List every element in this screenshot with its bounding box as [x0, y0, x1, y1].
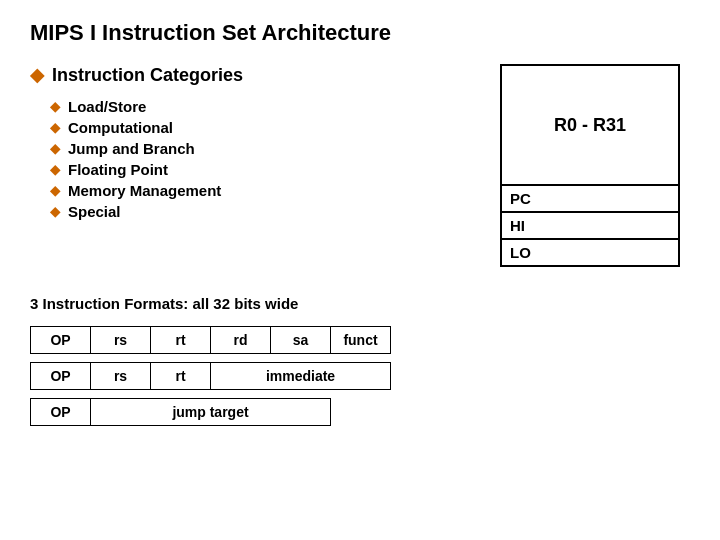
page: MIPS I Instruction Set Architecture ◆ In…	[0, 0, 720, 540]
format1-op: OP	[31, 327, 91, 354]
format1-rd: rd	[211, 327, 271, 354]
diamond-icon: ◆	[50, 204, 60, 219]
list-item: ◆ Load/Store	[50, 98, 480, 115]
left-section: ◆ Instruction Categories ◆ Load/Store ◆ …	[30, 64, 480, 224]
bottom-section: 3 Instruction Formats: all 32 bits wide …	[30, 295, 690, 426]
format1-rs: rs	[91, 327, 151, 354]
list-item: ◆ Computational	[50, 119, 480, 136]
list-item: ◆ Special	[50, 203, 480, 220]
diamond-icon: ◆	[50, 162, 60, 177]
format2-op: OP	[31, 363, 91, 390]
lo-label: LO	[502, 240, 678, 265]
r0-r31-label: R0 - R31	[502, 66, 678, 186]
category-label: Memory Management	[68, 182, 221, 199]
diamond-icon: ◆	[50, 141, 60, 156]
formats-title: 3 Instruction Formats: all 32 bits wide	[30, 295, 690, 312]
pc-label: PC	[502, 186, 678, 213]
content-area: ◆ Instruction Categories ◆ Load/Store ◆ …	[30, 64, 690, 267]
section-bullet: ◆	[30, 64, 44, 86]
register-box: R0 - R31 PC HI LO	[500, 64, 680, 267]
category-label: Load/Store	[68, 98, 146, 115]
format1-rt: rt	[151, 327, 211, 354]
format3-table: OP jump target	[30, 398, 331, 426]
format2-table: OP rs rt immediate	[30, 362, 391, 390]
list-item: ◆ Jump and Branch	[50, 140, 480, 157]
category-label: Floating Point	[68, 161, 168, 178]
register-diagram: R0 - R31 PC HI LO	[500, 64, 690, 267]
format2-immediate: immediate	[211, 363, 391, 390]
hi-label: HI	[502, 213, 678, 240]
diamond-icon: ◆	[50, 183, 60, 198]
section-title: Instruction Categories	[52, 65, 243, 86]
diamond-icon: ◆	[50, 120, 60, 135]
format1-sa: sa	[271, 327, 331, 354]
list-item: ◆ Floating Point	[50, 161, 480, 178]
section-heading: ◆ Instruction Categories	[30, 64, 480, 86]
category-list: ◆ Load/Store ◆ Computational ◆ Jump and …	[50, 98, 480, 220]
format3-jump-target: jump target	[91, 399, 331, 426]
format3-op: OP	[31, 399, 91, 426]
category-label: Jump and Branch	[68, 140, 195, 157]
diamond-icon: ◆	[50, 99, 60, 114]
list-item: ◆ Memory Management	[50, 182, 480, 199]
category-label: Special	[68, 203, 121, 220]
page-title: MIPS I Instruction Set Architecture	[30, 20, 690, 46]
category-label: Computational	[68, 119, 173, 136]
format1-table: OP rs rt rd sa funct	[30, 326, 391, 354]
format2-rt: rt	[151, 363, 211, 390]
format1-funct: funct	[331, 327, 391, 354]
format2-rs: rs	[91, 363, 151, 390]
